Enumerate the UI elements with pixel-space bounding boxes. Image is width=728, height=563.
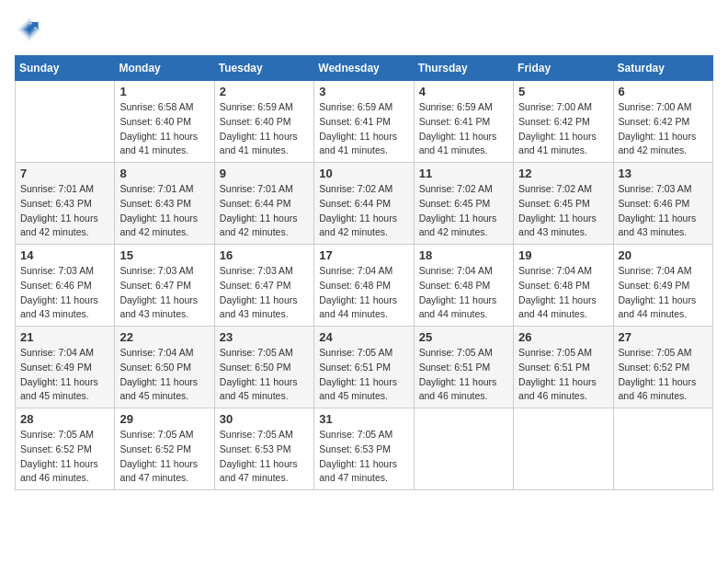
day-number: 21 — [20, 330, 109, 344]
calendar-week-row: 21Sunrise: 7:04 AMSunset: 6:49 PMDayligh… — [16, 327, 713, 408]
day-info: Sunrise: 7:05 AMSunset: 6:50 PMDaylight:… — [220, 346, 309, 404]
day-number: 6 — [619, 85, 708, 98]
day-number: 25 — [419, 330, 508, 344]
day-info: Sunrise: 7:05 AMSunset: 6:53 PMDaylight:… — [319, 428, 408, 486]
logo — [15, 15, 48, 44]
page-header — [15, 15, 713, 44]
calendar-cell: 31Sunrise: 7:05 AMSunset: 6:53 PMDayligh… — [314, 408, 414, 490]
calendar-week-row: 1Sunrise: 6:58 AMSunset: 6:40 PMDaylight… — [16, 81, 713, 163]
day-info: Sunrise: 7:04 AMSunset: 6:49 PMDaylight:… — [619, 264, 708, 322]
day-number: 20 — [619, 248, 708, 262]
calendar-cell: 6Sunrise: 7:00 AMSunset: 6:42 PMDaylight… — [613, 81, 712, 163]
calendar-cell: 12Sunrise: 7:02 AMSunset: 6:45 PMDayligh… — [514, 163, 613, 245]
day-info: Sunrise: 7:05 AMSunset: 6:51 PMDaylight:… — [319, 346, 408, 404]
calendar-cell — [414, 408, 513, 490]
day-number: 15 — [119, 248, 209, 262]
calendar-cell: 30Sunrise: 7:05 AMSunset: 6:53 PMDayligh… — [214, 408, 313, 490]
day-number: 17 — [319, 248, 408, 262]
calendar-cell: 24Sunrise: 7:05 AMSunset: 6:51 PMDayligh… — [314, 327, 414, 408]
calendar-cell: 15Sunrise: 7:03 AMSunset: 6:47 PMDayligh… — [115, 245, 214, 327]
day-number: 18 — [419, 248, 508, 262]
day-number: 16 — [220, 248, 309, 262]
day-info: Sunrise: 7:02 AMSunset: 6:44 PMDaylight:… — [319, 182, 408, 240]
calendar-cell: 16Sunrise: 7:03 AMSunset: 6:47 PMDayligh… — [214, 245, 313, 327]
calendar-cell: 19Sunrise: 7:04 AMSunset: 6:48 PMDayligh… — [514, 245, 613, 327]
day-number: 29 — [119, 412, 209, 426]
day-info: Sunrise: 7:03 AMSunset: 6:46 PMDaylight:… — [619, 182, 708, 240]
calendar-week-row: 28Sunrise: 7:05 AMSunset: 6:52 PMDayligh… — [16, 408, 713, 490]
calendar-cell: 5Sunrise: 7:00 AMSunset: 6:42 PMDaylight… — [514, 81, 613, 163]
calendar-week-row: 7Sunrise: 7:01 AMSunset: 6:43 PMDaylight… — [16, 163, 713, 245]
day-number: 30 — [220, 412, 309, 426]
calendar-cell: 13Sunrise: 7:03 AMSunset: 6:46 PMDayligh… — [613, 163, 712, 245]
calendar-cell: 28Sunrise: 7:05 AMSunset: 6:52 PMDayligh… — [16, 408, 115, 490]
calendar-cell: 9Sunrise: 7:01 AMSunset: 6:44 PMDaylight… — [214, 163, 313, 245]
calendar-cell: 25Sunrise: 7:05 AMSunset: 6:51 PMDayligh… — [414, 327, 513, 408]
calendar-cell: 22Sunrise: 7:04 AMSunset: 6:50 PMDayligh… — [115, 327, 214, 408]
calendar-cell: 23Sunrise: 7:05 AMSunset: 6:50 PMDayligh… — [214, 327, 313, 408]
day-number: 19 — [518, 248, 608, 262]
day-info: Sunrise: 7:05 AMSunset: 6:52 PMDaylight:… — [119, 428, 209, 486]
calendar-cell: 2Sunrise: 6:59 AMSunset: 6:40 PMDaylight… — [214, 81, 313, 163]
day-info: Sunrise: 7:02 AMSunset: 6:45 PMDaylight:… — [518, 182, 608, 240]
calendar-cell: 3Sunrise: 6:59 AMSunset: 6:41 PMDaylight… — [314, 81, 414, 163]
day-number: 9 — [220, 167, 309, 180]
calendar-cell: 20Sunrise: 7:04 AMSunset: 6:49 PMDayligh… — [613, 245, 712, 327]
day-info: Sunrise: 7:05 AMSunset: 6:53 PMDaylight:… — [220, 428, 309, 486]
logo-icon — [15, 15, 44, 44]
day-of-week-header: Sunday — [16, 56, 115, 81]
day-number: 1 — [119, 85, 209, 98]
day-info: Sunrise: 7:01 AMSunset: 6:43 PMDaylight:… — [20, 182, 109, 240]
day-info: Sunrise: 7:01 AMSunset: 6:43 PMDaylight:… — [119, 182, 209, 240]
day-number: 8 — [119, 167, 209, 180]
day-info: Sunrise: 7:05 AMSunset: 6:52 PMDaylight:… — [619, 346, 708, 404]
day-info: Sunrise: 7:04 AMSunset: 6:49 PMDaylight:… — [20, 346, 109, 404]
day-info: Sunrise: 7:00 AMSunset: 6:42 PMDaylight:… — [518, 100, 608, 158]
calendar-cell: 7Sunrise: 7:01 AMSunset: 6:43 PMDaylight… — [16, 163, 115, 245]
day-info: Sunrise: 6:58 AMSunset: 6:40 PMDaylight:… — [119, 100, 209, 158]
calendar-cell: 10Sunrise: 7:02 AMSunset: 6:44 PMDayligh… — [314, 163, 414, 245]
day-number: 4 — [419, 85, 508, 98]
day-number: 23 — [220, 330, 309, 344]
calendar-cell: 17Sunrise: 7:04 AMSunset: 6:48 PMDayligh… — [314, 245, 414, 327]
day-number: 7 — [20, 167, 109, 180]
day-info: Sunrise: 7:04 AMSunset: 6:48 PMDaylight:… — [319, 264, 408, 322]
calendar-cell — [613, 408, 712, 490]
day-info: Sunrise: 7:04 AMSunset: 6:48 PMDaylight:… — [518, 264, 608, 322]
calendar-week-row: 14Sunrise: 7:03 AMSunset: 6:46 PMDayligh… — [16, 245, 713, 327]
calendar-cell — [514, 408, 613, 490]
day-info: Sunrise: 7:04 AMSunset: 6:48 PMDaylight:… — [419, 264, 508, 322]
calendar-cell: 29Sunrise: 7:05 AMSunset: 6:52 PMDayligh… — [115, 408, 214, 490]
calendar-header-row: SundayMondayTuesdayWednesdayThursdayFrid… — [16, 56, 713, 81]
day-of-week-header: Saturday — [613, 56, 712, 81]
day-number: 11 — [419, 167, 508, 180]
day-number: 28 — [20, 412, 109, 426]
calendar-cell: 21Sunrise: 7:04 AMSunset: 6:49 PMDayligh… — [16, 327, 115, 408]
day-number: 10 — [319, 167, 408, 180]
calendar-cell: 1Sunrise: 6:58 AMSunset: 6:40 PMDaylight… — [115, 81, 214, 163]
day-info: Sunrise: 6:59 AMSunset: 6:41 PMDaylight:… — [319, 100, 408, 158]
day-number: 2 — [220, 85, 309, 98]
day-of-week-header: Tuesday — [214, 56, 313, 81]
day-info: Sunrise: 7:05 AMSunset: 6:51 PMDaylight:… — [518, 346, 608, 404]
calendar-table: SundayMondayTuesdayWednesdayThursdayFrid… — [15, 55, 713, 490]
day-of-week-header: Thursday — [414, 56, 513, 81]
day-info: Sunrise: 7:03 AMSunset: 6:46 PMDaylight:… — [20, 264, 109, 322]
day-info: Sunrise: 7:03 AMSunset: 6:47 PMDaylight:… — [119, 264, 209, 322]
day-number: 27 — [619, 330, 708, 344]
day-info: Sunrise: 7:04 AMSunset: 6:50 PMDaylight:… — [119, 346, 209, 404]
day-info: Sunrise: 7:05 AMSunset: 6:52 PMDaylight:… — [20, 428, 109, 486]
calendar-cell: 8Sunrise: 7:01 AMSunset: 6:43 PMDaylight… — [115, 163, 214, 245]
day-number: 13 — [619, 167, 708, 180]
day-info: Sunrise: 7:05 AMSunset: 6:51 PMDaylight:… — [419, 346, 508, 404]
calendar-cell: 26Sunrise: 7:05 AMSunset: 6:51 PMDayligh… — [514, 327, 613, 408]
day-number: 3 — [319, 85, 408, 98]
day-info: Sunrise: 6:59 AMSunset: 6:40 PMDaylight:… — [220, 100, 309, 158]
day-info: Sunrise: 7:01 AMSunset: 6:44 PMDaylight:… — [220, 182, 309, 240]
calendar-cell: 27Sunrise: 7:05 AMSunset: 6:52 PMDayligh… — [613, 327, 712, 408]
calendar-cell: 4Sunrise: 6:59 AMSunset: 6:41 PMDaylight… — [414, 81, 513, 163]
day-info: Sunrise: 6:59 AMSunset: 6:41 PMDaylight:… — [419, 100, 508, 158]
day-number: 14 — [20, 248, 109, 262]
day-number: 12 — [518, 167, 608, 180]
day-of-week-header: Friday — [514, 56, 613, 81]
